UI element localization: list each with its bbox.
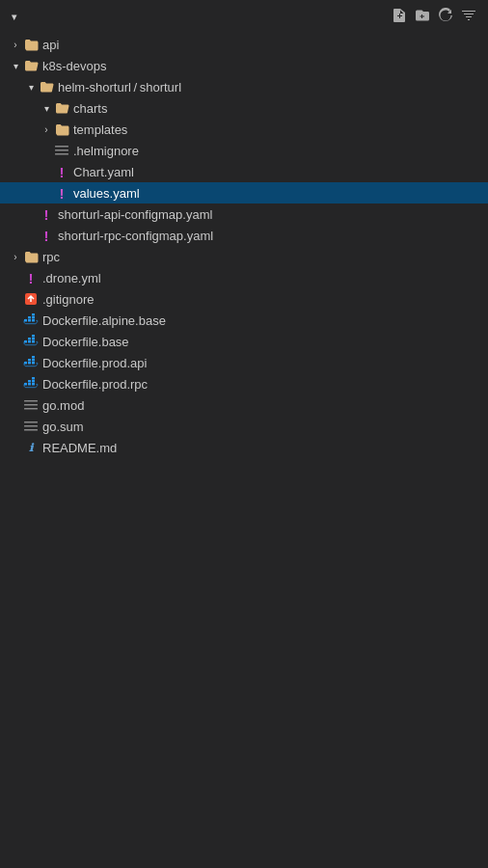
refresh-icon[interactable] xyxy=(438,8,453,26)
new-file-icon[interactable] xyxy=(392,8,407,26)
svg-rect-9 xyxy=(32,313,35,316)
yaml-icon: ! xyxy=(54,164,69,179)
folder-closed-chevron xyxy=(8,37,23,52)
tree-item-rpc[interactable]: rpc xyxy=(0,246,488,267)
item-label-k8s-devops: k8s-devops xyxy=(42,59,106,73)
item-label-go-sum: go.sum xyxy=(42,420,84,434)
folder-closed-chevron xyxy=(8,249,23,264)
item-label-gitignore: .gitignore xyxy=(42,292,94,307)
tree-item-go-mod[interactable]: go.mod xyxy=(0,394,488,416)
svg-rect-19 xyxy=(28,359,31,362)
explorer-panel: ▾ xyxy=(0,0,488,868)
tree-item-drone-yml[interactable]: !.drone.yml xyxy=(0,267,488,288)
yaml-icon: ! xyxy=(23,270,39,285)
item-label-chart-yaml: Chart.yaml xyxy=(73,165,134,179)
tree-item-shorturl-rpc-configmap[interactable]: !shorturl-rpc-configmap.yaml xyxy=(0,225,488,246)
item-label-charts: charts xyxy=(73,101,107,116)
folder-open-icon xyxy=(54,100,69,116)
folder-closed-icon xyxy=(23,249,39,264)
svg-rect-6 xyxy=(32,319,35,322)
item-label-shorturl-rpc-configmap: shorturl-rpc-configmap.yaml xyxy=(58,229,213,243)
lines-icon xyxy=(23,397,39,413)
yaml-icon: ! xyxy=(39,228,54,243)
file-tree: api k8s-devops helm-shorturl / shorturl … xyxy=(0,34,488,458)
svg-rect-31 xyxy=(24,421,38,423)
tree-item-chart-yaml[interactable]: !Chart.yaml xyxy=(0,161,488,182)
svg-rect-28 xyxy=(24,400,38,402)
item-label-readme: README.md xyxy=(42,441,117,455)
info-icon: ℹ xyxy=(23,440,39,455)
svg-rect-14 xyxy=(32,338,35,340)
item-label-dockerfile-prod-rpc: Dockerfile.prod.rpc xyxy=(42,377,148,392)
new-folder-icon[interactable] xyxy=(415,8,430,26)
folder-open-icon xyxy=(39,79,54,95)
svg-rect-21 xyxy=(32,356,35,359)
item-label-dockerfile-prod-api: Dockerfile.prod.api xyxy=(42,356,147,370)
item-label-helm-shorturl-shorturl: helm-shorturl / shorturl xyxy=(58,80,181,95)
svg-rect-25 xyxy=(28,380,31,383)
folder-open-chevron xyxy=(39,100,54,116)
svg-rect-32 xyxy=(24,425,38,427)
item-label-values-yaml: values.yaml xyxy=(73,186,140,201)
svg-rect-20 xyxy=(32,359,35,362)
svg-rect-27 xyxy=(32,377,35,380)
svg-rect-30 xyxy=(24,408,38,410)
collapse-icon[interactable] xyxy=(461,8,476,26)
svg-rect-13 xyxy=(28,338,31,340)
folder-open-chevron xyxy=(8,58,23,73)
yaml-icon: ! xyxy=(39,206,54,222)
tree-item-helmignore[interactable]: .helmignore xyxy=(0,140,488,161)
tree-item-dockerfile-prod-api[interactable]: Dockerfile.prod.api xyxy=(0,352,488,373)
svg-rect-26 xyxy=(32,380,35,383)
tree-item-gitignore[interactable]: .gitignore xyxy=(0,288,488,310)
svg-rect-33 xyxy=(24,429,38,431)
svg-rect-24 xyxy=(32,383,35,386)
lines-icon xyxy=(23,419,39,434)
tree-item-dockerfile-prod-rpc[interactable]: Dockerfile.prod.rpc xyxy=(0,373,488,394)
header-title-group: ▾ xyxy=(12,12,23,22)
svg-rect-17 xyxy=(28,362,31,365)
svg-rect-7 xyxy=(28,316,31,319)
svg-rect-11 xyxy=(28,340,31,343)
tree-item-dockerfile-alpine[interactable]: Dockerfile.alpine.base xyxy=(0,310,488,331)
tree-item-helm-shorturl-shorturl[interactable]: helm-shorturl / shorturl xyxy=(0,76,488,97)
svg-rect-2 xyxy=(55,153,68,155)
tree-item-shorturl-api-configmap[interactable]: !shorturl-api-configmap.yaml xyxy=(0,203,488,225)
item-label-dockerfile-base: Dockerfile.base xyxy=(42,335,129,349)
tree-item-values-yaml[interactable]: !values.yaml xyxy=(0,182,488,203)
docker-icon xyxy=(23,334,39,349)
docker-icon xyxy=(23,312,39,328)
item-label-drone-yml: .drone.yml xyxy=(42,271,101,285)
svg-rect-23 xyxy=(28,383,31,386)
tree-item-api[interactable]: api xyxy=(0,34,488,55)
yaml-icon: ! xyxy=(54,185,69,201)
item-label-templates: templates xyxy=(73,122,127,137)
folder-open-icon xyxy=(23,58,39,73)
tree-item-dockerfile-base[interactable]: Dockerfile.base xyxy=(0,331,488,352)
svg-rect-12 xyxy=(32,340,35,343)
tree-item-k8s-devops[interactable]: k8s-devops xyxy=(0,55,488,76)
docker-icon xyxy=(23,376,39,392)
svg-rect-5 xyxy=(28,319,31,322)
svg-rect-15 xyxy=(32,335,35,338)
item-label-api: api xyxy=(42,38,59,52)
tree-item-charts[interactable]: charts xyxy=(0,97,488,119)
svg-rect-0 xyxy=(55,146,68,148)
svg-rect-1 xyxy=(55,149,68,151)
folder-closed-icon xyxy=(23,37,39,52)
docker-icon xyxy=(23,355,39,370)
folder-closed-icon xyxy=(54,122,69,137)
item-label-dockerfile-alpine: Dockerfile.alpine.base xyxy=(42,313,166,328)
svg-rect-29 xyxy=(24,404,38,406)
lines-icon xyxy=(54,143,69,158)
explorer-header: ▾ xyxy=(0,0,488,34)
svg-rect-8 xyxy=(32,316,35,319)
tree-item-templates[interactable]: templates xyxy=(0,119,488,140)
git-icon xyxy=(23,291,39,307)
header-chevron: ▾ xyxy=(12,12,17,22)
item-label-rpc: rpc xyxy=(42,250,60,264)
tree-item-readme[interactable]: ℹREADME.md xyxy=(0,437,488,458)
item-label-helmignore: .helmignore xyxy=(73,144,139,158)
folder-open-chevron xyxy=(23,79,39,95)
tree-item-go-sum[interactable]: go.sum xyxy=(0,416,488,437)
